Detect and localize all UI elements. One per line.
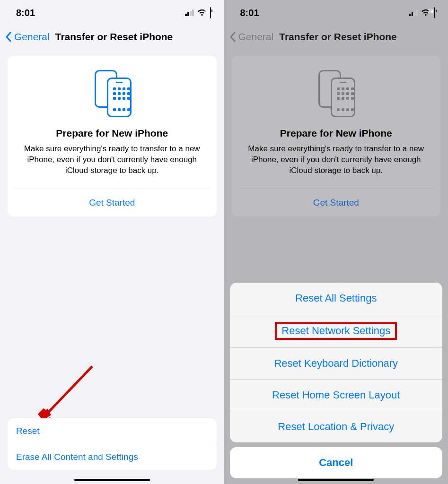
status-icons: 29 (185, 8, 211, 18)
status-bar: 8:01 29 (0, 0, 224, 26)
reset-action-sheet: Reset All Settings Reset Network Setting… (230, 283, 443, 442)
two-phones-icon (91, 70, 133, 117)
cellular-icon (185, 9, 194, 16)
reset-row[interactable]: Reset (8, 418, 217, 444)
action-sheet-container: Reset All Settings Reset Network Setting… (230, 283, 443, 478)
sheet-cancel-button[interactable]: Cancel (230, 447, 443, 478)
battery-percent: 29 (428, 8, 433, 15)
prepare-description: Make sure everything's ready to transfer… (241, 144, 431, 176)
back-chevron-icon[interactable] (5, 31, 12, 43)
home-indicator[interactable] (298, 479, 374, 481)
status-icons: 29 (409, 8, 435, 18)
nav-back-label: General (238, 31, 274, 43)
bottom-actions-list: Reset Erase All Content and Settings (8, 418, 217, 470)
sheet-reset-keyboard-dictionary[interactable]: Reset Keyboard Dictionary (230, 347, 443, 379)
prepare-title: Prepare for New iPhone (241, 128, 431, 139)
prepare-title: Prepare for New iPhone (17, 128, 207, 139)
nav-back-label[interactable]: General (14, 31, 50, 43)
back-chevron-icon (229, 31, 237, 43)
get-started-button-dimmed: Get Started (232, 189, 441, 216)
sheet-reset-location-privacy[interactable]: Reset Location & Privacy (230, 411, 443, 442)
sheet-reset-network-settings-label: Reset Network Settings (281, 325, 390, 337)
highlight-annotation: Reset Network Settings (275, 322, 397, 340)
prepare-card: Prepare for New iPhone Make sure everyth… (8, 56, 217, 216)
nav-bar: General Transfer or Reset iPhone (0, 26, 224, 48)
cellular-icon (409, 9, 418, 16)
sheet-reset-network-settings[interactable]: Reset Network Settings (230, 314, 443, 347)
erase-all-row[interactable]: Erase All Content and Settings (8, 444, 217, 470)
prepare-card-body: Prepare for New iPhone Make sure everyth… (232, 56, 441, 180)
get-started-button[interactable]: Get Started (8, 189, 217, 216)
status-time: 8:01 (240, 8, 259, 18)
screen-right-reset-sheet: 8:01 29 General Transfer or Reset iPhone (224, 0, 448, 484)
battery-icon: 29 (434, 8, 435, 18)
battery-icon: 29 (210, 8, 211, 18)
status-bar: 8:01 29 (224, 0, 448, 26)
status-time: 8:01 (16, 8, 35, 18)
prepare-card-body: Prepare for New iPhone Make sure everyth… (8, 56, 217, 180)
sheet-reset-home-screen-layout[interactable]: Reset Home Screen Layout (230, 379, 443, 411)
nav-bar: General Transfer or Reset iPhone (224, 26, 448, 48)
prepare-card-dimmed: Prepare for New iPhone Make sure everyth… (232, 56, 441, 216)
sheet-reset-all-settings[interactable]: Reset All Settings (230, 283, 443, 314)
battery-percent: 29 (203, 8, 209, 15)
two-phones-icon (315, 70, 357, 117)
prepare-description: Make sure everything's ready to transfer… (17, 144, 207, 176)
nav-title: Transfer or Reset iPhone (279, 31, 397, 43)
screen-left-transfer-reset: 8:01 29 General Transfer or Reset iPhone (0, 0, 224, 484)
nav-title: Transfer or Reset iPhone (55, 31, 173, 43)
home-indicator[interactable] (74, 479, 150, 481)
svg-line-0 (43, 366, 92, 418)
